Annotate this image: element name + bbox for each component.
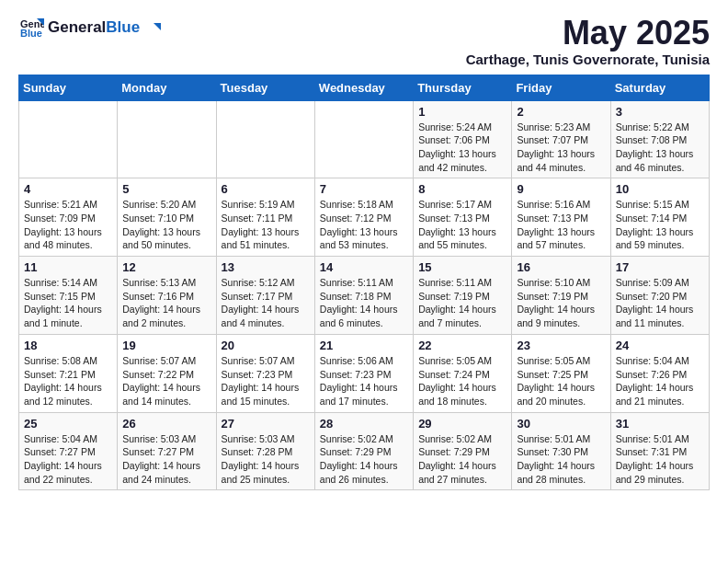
day-info: Sunrise: 5:13 AM Sunset: 7:16 PM Dayligh… (122, 276, 210, 330)
day-number: 29 (418, 417, 506, 431)
calendar-cell: 17Sunrise: 5:09 AM Sunset: 7:20 PM Dayli… (610, 257, 709, 335)
week-row-2: 4Sunrise: 5:21 AM Sunset: 7:09 PM Daylig… (19, 178, 710, 257)
logo-chevron-icon (146, 21, 161, 36)
location-title: Carthage, Tunis Governorate, Tunisia (466, 52, 710, 67)
day-number: 9 (517, 182, 605, 196)
calendar-cell: 20Sunrise: 5:07 AM Sunset: 7:23 PM Dayli… (216, 334, 314, 412)
calendar-cell (118, 100, 216, 178)
calendar-cell: 8Sunrise: 5:17 AM Sunset: 7:13 PM Daylig… (414, 178, 512, 257)
day-info: Sunrise: 5:24 AM Sunset: 7:06 PM Dayligh… (418, 121, 506, 175)
logo-icon: General Blue (18, 15, 44, 40)
svg-text:Blue: Blue (20, 28, 42, 39)
day-info: Sunrise: 5:04 AM Sunset: 7:27 PM Dayligh… (24, 432, 112, 487)
day-info: Sunrise: 5:05 AM Sunset: 7:24 PM Dayligh… (418, 354, 506, 408)
day-number: 22 (418, 339, 506, 352)
calendar-cell: 24Sunrise: 5:04 AM Sunset: 7:26 PM Dayli… (610, 334, 709, 412)
logo: General Blue GeneralBlue (18, 15, 161, 40)
calendar-cell: 18Sunrise: 5:08 AM Sunset: 7:21 PM Dayli… (19, 334, 118, 412)
calendar-cell: 14Sunrise: 5:11 AM Sunset: 7:18 PM Dayli… (314, 257, 413, 335)
svg-marker-3 (154, 23, 161, 30)
day-number: 11 (24, 260, 112, 274)
day-number: 30 (517, 417, 605, 431)
col-header-monday: Monday (118, 75, 216, 100)
calendar-cell: 13Sunrise: 5:12 AM Sunset: 7:17 PM Dayli… (216, 257, 314, 335)
day-info: Sunrise: 5:03 AM Sunset: 7:28 PM Dayligh… (222, 432, 310, 487)
calendar-cell: 7Sunrise: 5:18 AM Sunset: 7:12 PM Daylig… (314, 178, 413, 257)
calendar-cell: 15Sunrise: 5:11 AM Sunset: 7:19 PM Dayli… (414, 257, 512, 335)
calendar-cell: 31Sunrise: 5:01 AM Sunset: 7:31 PM Dayli… (610, 412, 709, 490)
day-info: Sunrise: 5:11 AM Sunset: 7:19 PM Dayligh… (418, 276, 506, 330)
day-info: Sunrise: 5:21 AM Sunset: 7:09 PM Dayligh… (24, 198, 112, 252)
day-number: 25 (24, 417, 112, 431)
calendar-cell (314, 100, 413, 178)
day-info: Sunrise: 5:01 AM Sunset: 7:30 PM Dayligh… (517, 432, 605, 487)
col-header-thursday: Thursday (414, 75, 512, 100)
day-number: 21 (320, 339, 408, 352)
day-number: 10 (616, 182, 704, 196)
calendar-cell: 29Sunrise: 5:02 AM Sunset: 7:29 PM Dayli… (414, 412, 512, 490)
day-number: 2 (517, 105, 605, 119)
calendar-cell (216, 100, 314, 178)
week-row-3: 11Sunrise: 5:14 AM Sunset: 7:15 PM Dayli… (19, 257, 710, 335)
calendar-cell: 4Sunrise: 5:21 AM Sunset: 7:09 PM Daylig… (19, 178, 118, 257)
day-info: Sunrise: 5:03 AM Sunset: 7:27 PM Dayligh… (122, 432, 210, 487)
col-header-tuesday: Tuesday (216, 75, 314, 100)
week-row-4: 18Sunrise: 5:08 AM Sunset: 7:21 PM Dayli… (19, 334, 710, 412)
calendar-cell: 5Sunrise: 5:20 AM Sunset: 7:10 PM Daylig… (118, 178, 216, 257)
calendar-cell: 30Sunrise: 5:01 AM Sunset: 7:30 PM Dayli… (512, 412, 610, 490)
day-info: Sunrise: 5:02 AM Sunset: 7:29 PM Dayligh… (418, 432, 506, 487)
calendar-cell: 28Sunrise: 5:02 AM Sunset: 7:29 PM Dayli… (314, 412, 413, 490)
calendar-cell: 1Sunrise: 5:24 AM Sunset: 7:06 PM Daylig… (414, 100, 512, 178)
day-info: Sunrise: 5:17 AM Sunset: 7:13 PM Dayligh… (418, 198, 506, 252)
col-header-sunday: Sunday (19, 75, 118, 100)
day-info: Sunrise: 5:05 AM Sunset: 7:25 PM Dayligh… (517, 354, 605, 408)
day-number: 14 (320, 260, 408, 274)
week-row-5: 25Sunrise: 5:04 AM Sunset: 7:27 PM Dayli… (19, 412, 710, 490)
col-header-friday: Friday (512, 75, 610, 100)
col-header-wednesday: Wednesday (314, 75, 413, 100)
day-number: 1 (418, 105, 506, 119)
day-info: Sunrise: 5:07 AM Sunset: 7:22 PM Dayligh… (122, 354, 210, 408)
day-number: 6 (222, 182, 310, 196)
day-info: Sunrise: 5:23 AM Sunset: 7:07 PM Dayligh… (517, 121, 605, 175)
day-info: Sunrise: 5:01 AM Sunset: 7:31 PM Dayligh… (616, 432, 704, 487)
day-number: 15 (418, 260, 506, 274)
calendar-cell (19, 100, 118, 178)
day-info: Sunrise: 5:09 AM Sunset: 7:20 PM Dayligh… (616, 276, 704, 330)
day-number: 18 (24, 339, 112, 352)
day-info: Sunrise: 5:19 AM Sunset: 7:11 PM Dayligh… (222, 198, 310, 252)
day-number: 4 (24, 182, 112, 196)
day-info: Sunrise: 5:15 AM Sunset: 7:14 PM Dayligh… (616, 198, 704, 252)
day-number: 17 (616, 260, 704, 274)
calendar-cell: 3Sunrise: 5:22 AM Sunset: 7:08 PM Daylig… (610, 100, 709, 178)
calendar-cell: 11Sunrise: 5:14 AM Sunset: 7:15 PM Dayli… (19, 257, 118, 335)
title-area: May 2025 Carthage, Tunis Governorate, Tu… (466, 15, 710, 67)
day-info: Sunrise: 5:12 AM Sunset: 7:17 PM Dayligh… (222, 276, 310, 330)
day-number: 26 (122, 417, 210, 431)
day-number: 31 (616, 417, 704, 431)
calendar-cell: 12Sunrise: 5:13 AM Sunset: 7:16 PM Dayli… (118, 257, 216, 335)
day-number: 8 (418, 182, 506, 196)
calendar-cell: 10Sunrise: 5:15 AM Sunset: 7:14 PM Dayli… (610, 178, 709, 257)
day-number: 28 (320, 417, 408, 431)
day-info: Sunrise: 5:10 AM Sunset: 7:19 PM Dayligh… (517, 276, 605, 330)
day-number: 23 (517, 339, 605, 352)
calendar-cell: 22Sunrise: 5:05 AM Sunset: 7:24 PM Dayli… (414, 334, 512, 412)
calendar-cell: 26Sunrise: 5:03 AM Sunset: 7:27 PM Dayli… (118, 412, 216, 490)
calendar-cell: 23Sunrise: 5:05 AM Sunset: 7:25 PM Dayli… (512, 334, 610, 412)
day-number: 3 (616, 105, 704, 119)
day-number: 19 (122, 339, 210, 352)
day-info: Sunrise: 5:07 AM Sunset: 7:23 PM Dayligh… (222, 354, 310, 408)
week-row-1: 1Sunrise: 5:24 AM Sunset: 7:06 PM Daylig… (19, 100, 710, 178)
calendar-cell: 21Sunrise: 5:06 AM Sunset: 7:23 PM Dayli… (314, 334, 413, 412)
day-info: Sunrise: 5:06 AM Sunset: 7:23 PM Dayligh… (320, 354, 408, 408)
calendar-cell: 6Sunrise: 5:19 AM Sunset: 7:11 PM Daylig… (216, 178, 314, 257)
day-info: Sunrise: 5:22 AM Sunset: 7:08 PM Dayligh… (616, 121, 704, 175)
day-number: 16 (517, 260, 605, 274)
col-header-saturday: Saturday (610, 75, 709, 100)
calendar-cell: 2Sunrise: 5:23 AM Sunset: 7:07 PM Daylig… (512, 100, 610, 178)
day-info: Sunrise: 5:11 AM Sunset: 7:18 PM Dayligh… (320, 276, 408, 330)
day-info: Sunrise: 5:14 AM Sunset: 7:15 PM Dayligh… (24, 276, 112, 330)
day-info: Sunrise: 5:02 AM Sunset: 7:29 PM Dayligh… (320, 432, 408, 487)
page-header: General Blue GeneralBlue May 2025 Cartha… (18, 15, 710, 67)
